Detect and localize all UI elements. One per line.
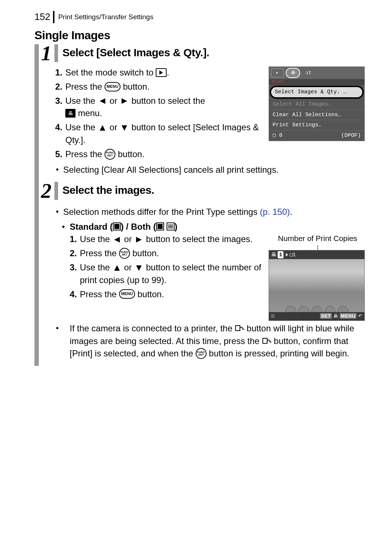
- instruction: Set the mode switch to .: [55, 66, 263, 79]
- instruction: Press the button.: [55, 148, 263, 161]
- func-set-button-icon: [119, 248, 130, 259]
- print-menu-icon: [65, 109, 75, 118]
- mode-heading: Standard () / Both ( ): [55, 221, 367, 233]
- set-label: SET: [320, 313, 332, 319]
- func-set-button-icon: [105, 149, 115, 160]
- step-2: 2 Select the images. Selection methods d…: [34, 182, 367, 366]
- right-arrow-icon: ►: [120, 96, 129, 105]
- page-header: 152 Print Settings/Transfer Settings: [34, 11, 367, 23]
- note: If the camera is connected to a printer,…: [55, 322, 367, 360]
- caption: Number of Print Copies: [269, 233, 367, 244]
- menu-button-icon: MENU: [119, 289, 135, 299]
- caption-pointer: [269, 245, 367, 250]
- menu-selected-item: Select Images & Qty. …: [270, 86, 364, 99]
- step-number: 2: [39, 182, 58, 200]
- index-count: ▢1: [290, 251, 296, 258]
- note: Selecting [Clear All Selections] cancels…: [55, 164, 367, 176]
- instruction: Use the ◄ or ► button to select the menu…: [55, 95, 263, 120]
- nav-icon: ◀⃞: [271, 313, 275, 320]
- left-arrow-icon: ◄: [112, 234, 122, 244]
- svg-rect-1: [263, 338, 267, 343]
- camera-menu-screenshot: ▸ 🖶 ıt Print Select Images & Qty. … Sele…: [269, 66, 365, 141]
- menu-button-icon: MENU: [105, 82, 121, 91]
- copies-count: 1: [278, 251, 283, 258]
- up-arrow-icon: ▲: [112, 263, 122, 272]
- down-arrow-icon: ▼: [120, 123, 129, 132]
- step-number: 1: [39, 44, 58, 62]
- svg-rect-0: [236, 326, 240, 331]
- menu-item: Print Settings…: [269, 120, 364, 131]
- menu-dpof: (DPOF): [341, 132, 361, 140]
- menu-label: Print: [269, 79, 364, 85]
- tab-tools-icon: ıt: [302, 69, 315, 77]
- instruction: Press the button.: [70, 247, 263, 260]
- note: Selection methods differ for the Print T…: [55, 206, 367, 218]
- right-arrow-icon: ►: [134, 234, 144, 244]
- index-icon: [167, 222, 175, 230]
- tab-print-icon: 🖶: [286, 68, 300, 78]
- camera-preview-screenshot: 🖶 1 ♦ ▢1 ◀⃞ SET 🖶: [269, 250, 365, 321]
- down-arrow-icon: ▼: [134, 263, 144, 272]
- left-arrow-icon: ◄: [98, 96, 107, 105]
- instruction: Press the MENU button.: [70, 288, 263, 301]
- step-title: Select [Select Images & Qty.].: [58, 44, 209, 62]
- instruction: Use the ◄ or ► button to select the imag…: [70, 233, 263, 246]
- back-icon: ↶: [358, 313, 363, 319]
- instruction: Press the MENU button.: [55, 81, 263, 93]
- print-link-icon: [262, 337, 271, 345]
- print-link-icon: [235, 324, 244, 332]
- menu-label: MENU: [340, 313, 356, 319]
- page-number: 152: [34, 11, 54, 23]
- print-icon: 🖶: [271, 251, 276, 258]
- page-link[interactable]: (p. 150): [260, 207, 290, 217]
- playback-icon: [156, 68, 167, 77]
- step-title: Select the images.: [58, 182, 154, 200]
- breadcrumb: Print Settings/Transfer Settings: [54, 13, 153, 21]
- up-arrow-icon: ▲: [98, 123, 107, 132]
- menu-item: Select All Images…: [269, 99, 364, 110]
- standard-icon: [113, 222, 121, 230]
- step-1: 1 Select [Select Images & Qty.]. Set the…: [34, 44, 367, 182]
- up-down-icon: ♦: [285, 251, 288, 258]
- standard-icon: [156, 222, 164, 230]
- func-set-button-icon: [196, 348, 207, 359]
- tab-playback-icon: ▸: [271, 69, 283, 77]
- print-icon: 🖶: [333, 313, 338, 319]
- menu-count: ▢ 0: [273, 132, 282, 140]
- instruction: Use the ▲ or ▼ button to select [Select …: [55, 121, 263, 147]
- instruction: Use the ▲ or ▼ button to select the numb…: [70, 261, 263, 287]
- section-title: Single Images: [34, 29, 367, 42]
- menu-item: Clear All Selections…: [269, 110, 364, 120]
